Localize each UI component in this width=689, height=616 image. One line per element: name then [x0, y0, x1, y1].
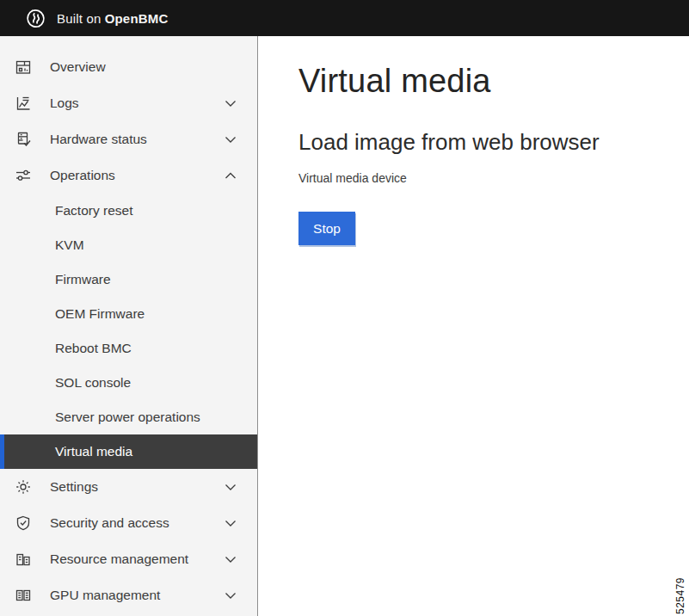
sidebar-item-logs[interactable]: Logs	[0, 85, 257, 121]
logs-icon	[15, 95, 32, 112]
sidebar-item-settings[interactable]: Settings	[0, 469, 257, 505]
chevron-down-icon	[225, 520, 237, 527]
built-on-label: Built on	[57, 11, 102, 26]
dashboard-icon	[15, 59, 32, 76]
sidebar-item-label: KVM	[55, 237, 84, 253]
gpu-grid-icon	[15, 587, 32, 604]
sidebar-item-label: Factory reset	[55, 203, 132, 219]
sidebar-item-label: Resource management	[50, 551, 225, 567]
sidebar-item-virtual-media[interactable]: Virtual media	[0, 434, 257, 469]
chevron-down-icon	[225, 136, 237, 144]
openbmc-logo-icon	[25, 8, 46, 29]
sidebar-item-security-and-access[interactable]: Security and access	[0, 505, 257, 541]
sidebar-item-label: Operations	[50, 168, 225, 183]
sidebar-item-label: Overview	[50, 59, 237, 75]
gear-icon	[15, 478, 32, 496]
sidebar-item-label: GPU management	[50, 588, 225, 603]
sidebar-item-gpu-management[interactable]: GPU management	[0, 577, 257, 613]
shield-check-icon	[15, 514, 32, 532]
sidebar-item-firmware[interactable]: Firmware	[0, 262, 257, 297]
header-text: Built onOpenBMC	[57, 11, 169, 26]
sidebar-item-server-power-operations[interactable]: Server power operations	[0, 400, 257, 434]
sidebar-item-overview[interactable]: Overview	[0, 49, 257, 85]
sidebar-item-label: Hardware status	[50, 132, 225, 147]
sidebar-item-sol-console[interactable]: SOL console	[0, 366, 257, 400]
figure-number: 525479	[674, 577, 686, 614]
resource-icon	[15, 551, 32, 568]
brand-label: OpenBMC	[105, 11, 169, 26]
sidebar-item-hardware-status[interactable]: Hardware status	[0, 121, 257, 157]
sidebar-item-reboot-bmc[interactable]: Reboot BMC	[0, 331, 257, 366]
sidebar-item-label: Security and access	[50, 515, 225, 531]
chevron-down-icon	[225, 484, 237, 491]
sidebar-item-resource-management[interactable]: Resource management	[0, 541, 257, 577]
sidebar-item-label: Firmware	[55, 272, 111, 287]
sidebar-item-oem-firmware[interactable]: OEM Firmware	[0, 297, 257, 331]
chevron-down-icon	[225, 556, 237, 564]
sidebar-item-label: Reboot BMC	[55, 341, 132, 356]
sidebar-item-label: Virtual media	[55, 444, 132, 459]
sidebar-nav: Overview Logs	[0, 36, 258, 616]
sidebar-item-label: Server power operations	[55, 410, 200, 425]
sidebar-item-label: Logs	[50, 95, 225, 111]
sliders-icon	[15, 167, 32, 184]
chevron-down-icon	[225, 592, 237, 600]
app-header: Built onOpenBMC	[0, 0, 689, 36]
sidebar-item-label: Settings	[50, 479, 225, 495]
sidebar-item-kvm[interactable]: KVM	[0, 228, 257, 262]
main-content: Virtual media Load image from web browse…	[258, 36, 689, 616]
virtual-media-device-label: Virtual media device	[298, 171, 689, 185]
stop-button[interactable]: Stop	[298, 212, 355, 245]
sidebar-item-label: SOL console	[55, 375, 131, 391]
page-title: Virtual media	[298, 61, 689, 101]
server-check-icon	[15, 131, 32, 148]
chevron-up-icon	[225, 172, 237, 180]
sidebar-item-label: OEM Firmware	[55, 306, 145, 322]
chevron-down-icon	[225, 100, 237, 108]
sidebar-item-factory-reset[interactable]: Factory reset	[0, 194, 257, 228]
sidebar-item-operations[interactable]: Operations	[0, 157, 257, 194]
section-title: Load image from web browser	[298, 128, 689, 156]
